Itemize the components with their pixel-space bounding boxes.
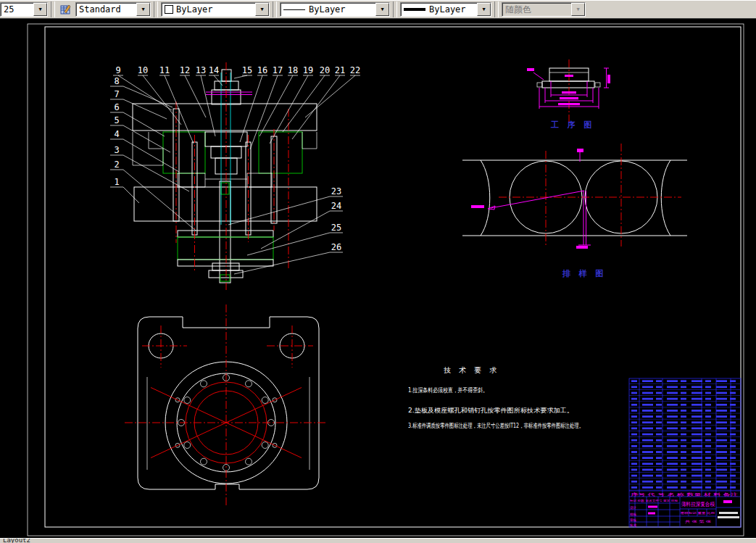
callout-25: 25	[331, 223, 341, 233]
tech-title: 技 术 要 求	[444, 366, 500, 374]
chevron-down-icon: ▼	[571, 3, 585, 16]
sign-label-approve: 批准	[629, 523, 637, 527]
lineweight-value: ByLayer	[429, 4, 475, 14]
text-style-value: Standard	[79, 4, 135, 14]
org-text-mark	[719, 512, 738, 514]
dim-style-value: 25	[4, 4, 32, 14]
strip-centerlines	[499, 144, 681, 246]
callout-3: 3	[114, 145, 119, 155]
callout-9: 9	[115, 65, 120, 75]
callout-19: 19	[303, 65, 313, 75]
sign-label-review: 审核	[630, 518, 637, 522]
cad-drawing: 9 10 11 12 13 14 15 16 17 18 19 20 21 22…	[0, 19, 756, 538]
callout-8: 8	[114, 76, 119, 86]
chevron-down-icon[interactable]: ▼	[477, 3, 491, 16]
process-dimensions	[527, 68, 610, 109]
callout-2: 2	[114, 159, 119, 170]
drawing-title: 薄料拉深复合模	[681, 501, 715, 507]
toolbar-separator	[51, 1, 55, 17]
process-view: 工 序 图	[527, 59, 610, 130]
callout-18: 18	[288, 65, 298, 75]
text-style-button[interactable]	[58, 1, 74, 17]
callout-14: 14	[209, 65, 219, 75]
org-text-mark	[718, 516, 739, 518]
plan-view	[125, 304, 328, 507]
signature-mark	[648, 513, 655, 515]
callout-17: 17	[273, 65, 283, 75]
callout-10: 10	[138, 65, 148, 75]
layout-tab[interactable]: Layout2	[3, 538, 30, 543]
assembly-section-view: 9 10 11 12 13 14 15 16 17 18 19 20 21 22…	[110, 62, 360, 290]
callout-24: 24	[331, 201, 341, 211]
chevron-down-icon[interactable]: ▼	[375, 3, 389, 16]
tech-line-1: 1.拉深条料必须校直，并不得歪斜。	[408, 386, 488, 394]
revision-row: 标记 处数 更改文件号 签字 日期	[629, 499, 678, 502]
strip-dimensions	[471, 149, 591, 249]
plot-style-value: 随颜色	[505, 4, 570, 16]
linetype-sample-icon	[283, 9, 305, 10]
sign-label-design: 设计	[630, 505, 637, 510]
toolbar-separator	[154, 1, 158, 17]
style-table-pencil-icon	[60, 4, 72, 15]
callout-21: 21	[335, 65, 345, 75]
tech-line-3: 3.标准件调质按零件图标注处理，未注尺寸公差按IT12，非标准件按零件图标注处理…	[408, 422, 583, 429]
callout-4: 4	[114, 129, 119, 139]
top-toolbar: 25 ▼ Standard ▼ ByLayer ▼ ByLayer ▼ ByLa…	[0, 0, 756, 19]
strip-layout-label: 排 样 图	[562, 269, 607, 278]
plot-style-combo: 随颜色 ▼	[502, 2, 586, 17]
lineweight-sample-icon	[404, 8, 425, 11]
sign-label-check: 校核	[630, 513, 637, 516]
bom-header: 序号 代 号 名 称 数量 材 料 备注	[631, 492, 739, 497]
format-mark	[723, 500, 732, 503]
chevron-down-icon[interactable]: ▼	[255, 3, 269, 16]
linetype-combo[interactable]: ByLayer ▼	[280, 2, 390, 17]
color-value: ByLayer	[176, 4, 254, 14]
callout-leaders	[118, 75, 355, 274]
title-block: 序号 代 号 名 称 数量 材 料 备注 标记 处数 更改文件号 签字 日期 设…	[629, 378, 741, 527]
callout-underlines	[110, 75, 360, 252]
color-combo[interactable]: ByLayer ▼	[161, 2, 270, 17]
callout-13: 13	[196, 65, 206, 75]
strip-layout-view: 排 样 图	[462, 144, 687, 278]
color-swatch-icon	[165, 5, 173, 14]
callout-26: 26	[331, 242, 341, 252]
chevron-down-icon[interactable]: ▼	[136, 3, 150, 16]
callout-15: 15	[242, 65, 252, 75]
callout-23: 23	[331, 186, 341, 196]
chevron-down-icon[interactable]: ▼	[33, 3, 47, 16]
toolbar-separator	[393, 1, 397, 17]
signature-mark	[648, 506, 657, 508]
toolbar-separator	[273, 1, 277, 17]
callout-16: 16	[257, 65, 267, 75]
callout-20: 20	[320, 65, 330, 75]
toolbar-separator	[494, 1, 499, 17]
scale-row: 图样标记 重量 比例	[681, 511, 715, 515]
callout-12: 12	[180, 65, 190, 75]
process-view-label: 工 序 图	[551, 120, 595, 130]
callout-6: 6	[114, 102, 119, 112]
callout-22: 22	[350, 65, 360, 75]
tech-line-2: 2.垫板及模座螺孔和销钉孔按零件图所标技术要求加工。	[408, 407, 573, 414]
sheet-note: 共 张 第 张	[685, 520, 712, 523]
callout-11: 11	[159, 65, 170, 75]
dim-style-combo[interactable]: 25 ▼	[0, 2, 48, 17]
lineweight-combo[interactable]: ByLayer ▼	[400, 2, 491, 17]
linetype-value: ByLayer	[309, 4, 374, 14]
tech-requirements: 技 术 要 求 1.拉深条料必须校直，并不得歪斜。 2.垫板及模座螺孔和销钉孔按…	[408, 366, 583, 429]
callout-7: 7	[114, 89, 119, 99]
callout-5: 5	[114, 115, 119, 125]
callout-1: 1	[114, 177, 119, 187]
text-style-combo[interactable]: Standard ▼	[75, 2, 151, 17]
layout-tab-bar[interactable]: Layout2	[0, 538, 756, 543]
drawing-canvas[interactable]: 9 10 11 12 13 14 15 16 17 18 19 20 21 22…	[0, 19, 756, 538]
